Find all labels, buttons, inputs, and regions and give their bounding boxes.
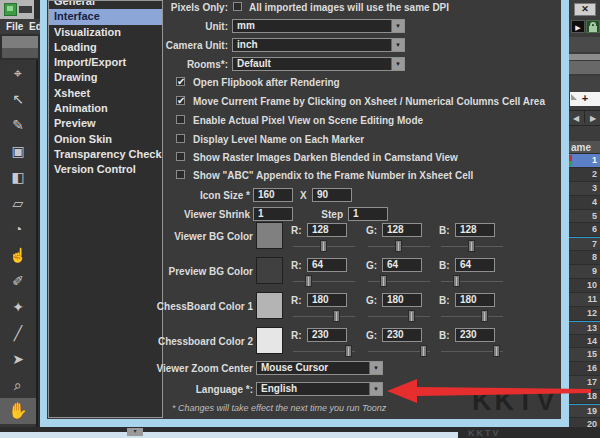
g-value-field[interactable]: 64 [382, 258, 422, 272]
b-slider[interactable] [441, 275, 503, 287]
color-swatch[interactable] [256, 222, 283, 249]
g-value-field[interactable]: 180 [382, 293, 422, 307]
close-icon[interactable]: ✕ [574, 3, 596, 16]
sidebar-item-drawing[interactable]: Drawing [49, 70, 162, 85]
chevron-down-icon[interactable]: ▼ [369, 362, 382, 374]
slider-handle[interactable] [380, 275, 387, 287]
r-slider[interactable] [293, 275, 355, 287]
scroll-button[interactable]: ▾ [127, 428, 143, 436]
sidebar-item-xsheet[interactable]: Xsheet [49, 86, 162, 101]
b-value-field[interactable]: 128 [455, 223, 495, 237]
lock-icon[interactable] [586, 20, 600, 33]
prev-frame-icon[interactable]: ◀ [573, 111, 579, 127]
language-dropdown[interactable]: English▼ [256, 382, 383, 396]
sidebar-item-interface[interactable]: Interface [49, 9, 162, 24]
actual-pixel-view-checkbox[interactable]: ✔ [176, 115, 185, 124]
slider-handle[interactable] [420, 345, 427, 357]
icon-size-width-field[interactable]: 160 [253, 188, 293, 202]
menu-file[interactable]: File [6, 19, 23, 34]
sidebar-item-import-export[interactable]: Import/Export [49, 55, 162, 70]
g-slider[interactable] [368, 240, 430, 252]
frame-row[interactable]: 4 [569, 196, 600, 210]
g-slider[interactable] [368, 310, 430, 322]
move-current-frame-checkbox[interactable]: ✔ [176, 96, 185, 105]
slider-handle[interactable] [408, 310, 415, 322]
fill-tool[interactable]: ◧ [0, 164, 36, 190]
brush-tool[interactable]: ✎ [0, 112, 36, 138]
color-swatch[interactable] [256, 257, 283, 284]
chevron-down-icon[interactable]: ▼ [391, 58, 404, 70]
slider-handle[interactable] [468, 240, 475, 252]
step-field[interactable]: 1 [348, 207, 388, 221]
frame-row[interactable]: 10 [569, 279, 600, 293]
frame-row[interactable]: 5 [569, 210, 600, 224]
rgb-picker-tool[interactable]: ✐ [0, 268, 36, 294]
sidebar-item-onion-skin[interactable]: Onion Skin [49, 132, 162, 147]
style-picker-tool[interactable]: ☝ [0, 242, 36, 268]
g-value-field[interactable]: 128 [382, 223, 422, 237]
b-value-field[interactable]: 64 [455, 258, 495, 272]
r-slider[interactable] [293, 310, 355, 322]
slider-handle[interactable] [305, 275, 312, 287]
b-slider[interactable] [441, 310, 503, 322]
viewer-zoom-center-dropdown[interactable]: Mouse Cursor▼ [256, 361, 383, 375]
b-slider[interactable] [441, 240, 503, 252]
unit-dropdown[interactable]: mm▼ [232, 19, 405, 33]
next-frame-icon[interactable]: ▶ [590, 111, 596, 127]
color-swatch[interactable] [256, 327, 283, 354]
selection-tool[interactable]: ↖ [0, 86, 36, 112]
frame-row[interactable]: 3 [569, 182, 600, 196]
zoom-tool[interactable]: ⌕ [0, 372, 36, 398]
r-value-field[interactable]: 180 [307, 293, 347, 307]
color-swatch[interactable] [256, 292, 283, 319]
chevron-down-icon[interactable]: ▼ [369, 383, 382, 395]
slider-handle[interactable] [333, 310, 340, 322]
ruler-tool[interactable]: ╱ [0, 320, 36, 346]
slider-handle[interactable] [395, 240, 402, 252]
control-point-tool[interactable]: ✦ [0, 294, 36, 320]
chevron-down-icon[interactable]: ▼ [391, 39, 404, 51]
camera-unit-dropdown[interactable]: inch▼ [232, 38, 405, 52]
playback-icon[interactable]: ▶ [571, 20, 585, 33]
sidebar-item-transparency-check[interactable]: Transparency Check [49, 147, 162, 162]
sidebar-item-general[interactable]: General [49, 0, 162, 9]
cursor-tool[interactable]: ➤ [0, 346, 36, 372]
pixels-only-checkbox[interactable]: ✔ [233, 2, 242, 11]
r-value-field[interactable]: 64 [307, 258, 347, 272]
r-value-field[interactable]: 230 [307, 328, 347, 342]
b-slider[interactable] [441, 345, 503, 357]
add-frame-button[interactable]: + [570, 92, 600, 106]
frame-row[interactable]: 14 [569, 335, 600, 349]
animate-tool[interactable]: ⌖ [0, 60, 36, 86]
g-slider[interactable] [368, 275, 430, 287]
hand-tool[interactable]: ✋ [0, 398, 36, 424]
display-level-name-checkbox[interactable]: ✔ [176, 134, 185, 143]
r-slider[interactable] [293, 240, 355, 252]
slider-handle[interactable] [481, 310, 488, 322]
raster-darken-checkbox[interactable]: ✔ [176, 152, 185, 161]
frame-row[interactable]: 12 [569, 307, 600, 321]
frame-row[interactable]: 6 [569, 223, 600, 237]
r-value-field[interactable]: 128 [307, 223, 347, 237]
frame-row[interactable]: 16 [569, 362, 600, 376]
sidebar-item-version-control[interactable]: Version Control [49, 162, 162, 177]
eraser-tool[interactable]: ▱ [0, 190, 36, 216]
chevron-down-icon[interactable]: ▼ [391, 20, 404, 32]
frame-row[interactable]: 2 [569, 168, 600, 182]
frame-row[interactable]: 19 [569, 404, 600, 418]
open-flipbook-checkbox[interactable]: ✔ [176, 77, 185, 86]
b-value-field[interactable]: 230 [455, 328, 495, 342]
slider-handle[interactable] [320, 240, 327, 252]
tape-tool[interactable]: ◔ [0, 216, 36, 242]
frame-row[interactable]: 13 [569, 321, 600, 335]
frame-row[interactable]: 7 [569, 237, 600, 251]
sidebar-item-animation[interactable]: Animation [49, 101, 162, 116]
g-value-field[interactable]: 230 [382, 328, 422, 342]
frame-row[interactable]: 9 [569, 265, 600, 279]
geometric-tool[interactable]: ▣ [0, 138, 36, 164]
icon-size-height-field[interactable]: 90 [312, 188, 352, 202]
frame-row[interactable]: 8 [569, 251, 600, 265]
slider-handle[interactable] [453, 275, 460, 287]
frame-row[interactable]: 1 [569, 154, 600, 168]
slider-handle[interactable] [493, 345, 500, 357]
